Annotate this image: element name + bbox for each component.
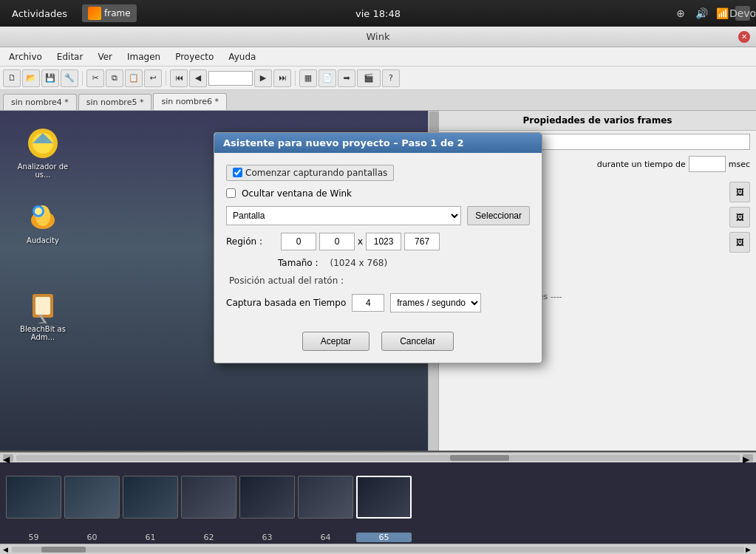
pantalla-row: Pantalla Seleccionar [226,206,530,225]
comenzar-row: Comenzar capturando pantallas [226,165,530,181]
tamano-label: Tamaño : [226,258,319,268]
dialog-overlay: Asistente para nuevo proyecto – Paso 1 d… [0,0,756,554]
region-row: Región : x [226,233,530,250]
captura-row: Captura basada en Tiempo frames / segund… [226,293,530,312]
dialog-titlebar: Asistente para nuevo proyecto – Paso 1 d… [214,133,542,153]
cancelar-button[interactable]: Cancelar [381,332,454,351]
dialog-body: Comenzar capturando pantallas Ocultar ve… [214,153,542,324]
comenzar-check-label: Comenzar capturando pantallas [226,165,394,181]
aceptar-button[interactable]: Aceptar [302,332,370,351]
region-y1[interactable] [319,233,355,250]
region-x-sep: x [358,236,363,247]
region-x1[interactable] [281,233,316,250]
raton-row: Posición actual del ratón : [226,276,530,286]
raton-label: Posición actual del ratón : [226,276,344,286]
seleccionar-button[interactable]: Seleccionar [467,206,530,225]
region-label: Región : [226,236,278,247]
comenzar-label: Comenzar capturando pantallas [245,168,387,178]
dialog-title: Asistente para nuevo proyecto – Paso 1 d… [223,137,464,148]
ocultar-row: Ocultar ventana de Wink [226,188,530,199]
ocultar-checkbox[interactable] [226,188,236,198]
captura-unit-select[interactable]: frames / segundo [390,293,481,312]
region-x2[interactable] [366,233,401,250]
captura-label: Captura basada en Tiempo [226,298,346,308]
captura-value[interactable] [352,294,384,312]
tamano-value: (1024 x 768) [330,258,388,268]
dialog-footer: Aceptar Cancelar [214,324,542,363]
tamano-row: Tamaño : (1024 x 768) [226,258,530,268]
dialog-asistente: Asistente para nuevo proyecto – Paso 1 d… [214,132,542,363]
pantalla-select[interactable]: Pantalla [226,206,461,225]
region-y2[interactable] [404,233,440,250]
ocultar-label: Ocultar ventana de Wink [242,188,352,199]
comenzar-checkbox[interactable] [233,168,242,177]
